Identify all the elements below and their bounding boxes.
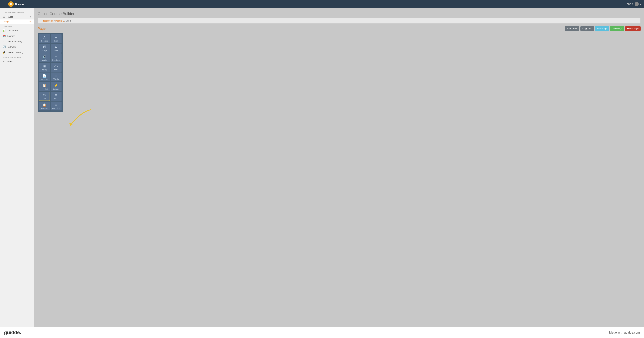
widget-video[interactable]: ▶Video bbox=[50, 44, 62, 53]
questions-icon: ≡ bbox=[55, 55, 57, 58]
free-text-icon: 📋 bbox=[42, 84, 46, 87]
accordion-icon: ≡ bbox=[55, 103, 57, 107]
footer-logo: guidde. bbox=[4, 330, 21, 335]
heading-icon: A bbox=[44, 36, 46, 39]
dashboard-icon: 📊 bbox=[3, 29, 6, 32]
widget-para[interactable]: ≡Para bbox=[50, 34, 62, 43]
sidebar-item-pages[interactable]: 🏛 Pages + bbox=[0, 14, 34, 20]
content-library-label: Content Library bbox=[7, 40, 22, 43]
logo-icon: C bbox=[8, 1, 14, 7]
add-page-button[interactable]: + bbox=[30, 16, 31, 18]
image-icon: 🖼 bbox=[43, 45, 46, 49]
breadcrumb-sep2: / bbox=[64, 20, 65, 22]
widget-heading[interactable]: AHeading bbox=[39, 34, 50, 43]
widget-document[interactable]: 📄Document bbox=[39, 72, 50, 82]
go-back-button[interactable]: ← Go Back bbox=[565, 26, 580, 31]
page1-list-icon: ☰ bbox=[30, 20, 31, 23]
dashboard-label: Dashboard bbox=[7, 29, 18, 32]
hamburger-icon[interactable]: ☰ bbox=[3, 2, 6, 6]
heading-label: Heading bbox=[41, 40, 48, 42]
breadcrumb-test-course[interactable]: Test course bbox=[43, 20, 53, 22]
content-area: Online Course Builder ← Test course / Mo… bbox=[34, 8, 644, 327]
course-builder-section-title: Course Builder Pages bbox=[0, 10, 34, 14]
page-title: Page bbox=[38, 27, 46, 30]
widget-scorm[interactable]: ≡SCORM bbox=[50, 72, 62, 82]
courses-icon: 📚 bbox=[3, 34, 6, 37]
widget-audio[interactable]: 🔊Audio bbox=[39, 53, 50, 62]
footer-logo-text: guidde. bbox=[4, 330, 21, 335]
view-page-button[interactable]: View Page bbox=[595, 26, 609, 31]
breadcrumb-sep1: / bbox=[54, 20, 54, 22]
para-label: Para bbox=[54, 40, 58, 42]
widget-flip-card[interactable]: 📋Flip Card bbox=[39, 102, 50, 110]
footer-tagline: Made with guidde.com bbox=[609, 331, 640, 334]
guided-learning-icon: 🎓 bbox=[3, 51, 6, 54]
pages-icon: 🏛 bbox=[3, 16, 6, 18]
page-title-row: Page ← Go Back Copy URL View Page Copy P… bbox=[38, 26, 640, 31]
pathways-chevron: › bbox=[30, 46, 31, 48]
navbar-left: ☰ C Censeo bbox=[3, 1, 24, 7]
courses-label: Courses bbox=[7, 35, 15, 37]
flip-card-label: Flip Card bbox=[41, 108, 48, 110]
prop-label: Prop bbox=[54, 98, 58, 100]
activity-icon: ⊞ bbox=[43, 64, 46, 68]
logo-text: Censeo bbox=[15, 3, 24, 6]
widget-accordion[interactable]: ≡Accordion bbox=[50, 102, 62, 110]
widget-prop[interactable]: ≡Prop bbox=[50, 92, 62, 101]
para-icon: ≡ bbox=[55, 36, 57, 39]
sidebar-item-guided-learning[interactable]: 🎓 Guided Learning › bbox=[0, 50, 34, 55]
html-icon: </> bbox=[54, 64, 58, 68]
guided-learning-label: Guided Learning bbox=[7, 51, 23, 54]
sidebar-item-dashboard[interactable]: 📊 Dashboard › bbox=[0, 28, 34, 33]
page1-item[interactable]: Page 1 ☰ bbox=[0, 20, 34, 24]
admin-label: Admin bbox=[7, 60, 13, 63]
sidebar-item-admin[interactable]: ⚙ Admin › bbox=[0, 59, 34, 64]
widget-tabs[interactable]: 🗂Tabs bbox=[39, 92, 50, 101]
pages-label: Pages bbox=[7, 16, 13, 18]
breadcrumb-module1[interactable]: Module 1 bbox=[56, 20, 64, 22]
tabs-icon: 🗂 bbox=[43, 93, 46, 97]
breadcrumb-back[interactable]: ← bbox=[40, 20, 42, 22]
copy-page-button[interactable]: Copy Page bbox=[610, 26, 624, 31]
document-icon: 📄 bbox=[42, 74, 46, 78]
guided-learning-chevron: › bbox=[30, 51, 31, 53]
video-icon: ▶ bbox=[55, 45, 57, 49]
widget-image[interactable]: 🖼Image bbox=[39, 44, 50, 53]
tabs-label: Tabs bbox=[42, 98, 46, 100]
flip-card-icon: 📋 bbox=[42, 103, 46, 107]
delete-page-button[interactable]: Delete Page bbox=[625, 26, 640, 31]
scorm-label: SCORM bbox=[53, 78, 59, 80]
main-layout: Course Builder Pages 🏛 Pages + Page 1 ☰ … bbox=[0, 8, 644, 327]
widget-questions[interactable]: ≡Questions bbox=[50, 53, 62, 62]
questions-label: Questions bbox=[52, 59, 60, 61]
widget-dynamic[interactable]: ⚡Dynamic bbox=[50, 82, 62, 91]
widget-free-text[interactable]: 📋Free Text bbox=[39, 82, 50, 91]
avatar bbox=[634, 2, 639, 6]
widget-activity[interactable]: ⊞Activity bbox=[39, 63, 50, 72]
footer: guidde. Made with guidde.com bbox=[0, 327, 644, 338]
free-text-label: Free Text bbox=[41, 88, 48, 90]
navbar-logo: C Censeo bbox=[8, 1, 24, 7]
sidebar-item-courses[interactable]: 📚 Courses › bbox=[0, 33, 34, 39]
products-section-title: Products bbox=[0, 24, 34, 28]
admin-icon: ⚙ bbox=[3, 60, 6, 63]
sidebar-item-content-library[interactable]: 🗂 Content Library › bbox=[0, 39, 34, 44]
dynamic-icon: ⚡ bbox=[54, 84, 58, 87]
create-manage-section-title: Create and Manage bbox=[0, 55, 34, 59]
breadcrumb-unit1: Unit 1 bbox=[66, 20, 71, 22]
widget-html[interactable]: </>HTML bbox=[50, 63, 62, 72]
video-label: Video bbox=[54, 50, 58, 52]
dropdown-arrow[interactable]: ▾ bbox=[640, 3, 641, 6]
document-label: Document bbox=[40, 78, 48, 80]
sidebar-item-pathways[interactable]: 🔄 Pathways › bbox=[0, 44, 34, 50]
scorm-icon: ≡ bbox=[55, 74, 57, 78]
arrow-annotation bbox=[62, 108, 96, 130]
copy-url-button[interactable]: Copy URL bbox=[580, 26, 594, 31]
activity-label: Activity bbox=[42, 69, 47, 71]
widget-palette: AHeading≡Para🖼Image▶Video🔊Audio≡Question… bbox=[38, 33, 63, 112]
svg-marker-0 bbox=[69, 122, 73, 126]
page-buttons: ← Go Back Copy URL View Page Copy Page D… bbox=[565, 26, 640, 31]
annotation-container: AHeading≡Para🖼Image▶Video🔊Audio≡Question… bbox=[38, 33, 640, 112]
admin-chevron: › bbox=[30, 60, 31, 62]
user-label: EDS 1 bbox=[627, 3, 633, 6]
